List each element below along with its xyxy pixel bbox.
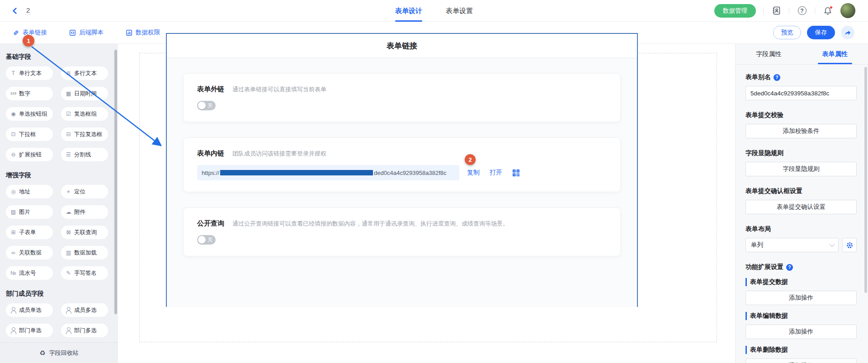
field-item-label: 关联查询: [74, 229, 97, 236]
property-action-button[interactable]: 添加操作: [745, 358, 857, 363]
tab-form-settings[interactable]: 表单设置: [446, 0, 473, 22]
property-label: 表单布局: [745, 225, 857, 233]
field-item-extend-button[interactable]: ⊖扩展按钮: [6, 148, 53, 161]
field-item-location[interactable]: ⌖定位: [61, 185, 108, 198]
field-section-title: 部门成员字段: [6, 290, 112, 298]
field-item-datetime[interactable]: ▦日期时间: [61, 87, 108, 100]
divider: [763, 7, 764, 14]
field-item-dept-single[interactable]: 部门单选: [6, 324, 53, 337]
notification-dot: [830, 6, 833, 9]
field-item-member-multi[interactable]: 成员多选: [61, 303, 108, 317]
field-item-address[interactable]: ◎地址: [6, 185, 53, 198]
dept-single-icon: [9, 327, 17, 334]
field-item-attachment[interactable]: ☁附件: [61, 205, 108, 219]
field-item-signature[interactable]: ✎手写签名: [61, 266, 108, 280]
property-action-button[interactable]: 添加操作: [745, 291, 857, 305]
public-query-toggle[interactable]: 关: [197, 235, 216, 245]
card-title: 公开查询: [197, 219, 224, 228]
share-arrow-icon: [844, 29, 851, 36]
field-item-member-single[interactable]: 成员单选: [6, 303, 53, 317]
field-item-image[interactable]: ▨图片: [6, 205, 53, 219]
field-section-title: 增强字段: [6, 171, 112, 179]
field-item-label: 图片: [19, 208, 30, 216]
field-item-checkbox-group[interactable]: ☑复选框组: [61, 107, 108, 121]
panel-scrollbar[interactable]: [864, 67, 867, 293]
help-icon[interactable]: ?: [786, 264, 793, 271]
field-item-multi-line-text[interactable]: ≣多行文本: [61, 66, 108, 80]
linked-data-icon: ∞: [9, 250, 17, 255]
tab-form-properties[interactable]: 表单属性: [802, 44, 868, 64]
property-action-button[interactable]: 字段显隐规则: [745, 162, 857, 176]
annotation-step-2: 2: [465, 154, 476, 165]
field-item-linked-query[interactable]: ⊠关联查询: [61, 226, 108, 239]
sidebar-scrollbar[interactable]: [114, 50, 117, 314]
field-item-label: 数据加载: [74, 249, 97, 257]
form-layout-select[interactable]: 单列: [745, 238, 839, 252]
contacts-icon[interactable]: [771, 5, 782, 16]
annotation-step-1: 1: [23, 35, 34, 47]
field-item-divider-line[interactable]: ☰分割线: [61, 148, 108, 161]
member-multi-icon: [65, 307, 72, 313]
property-action-button[interactable]: 表单提交确认设置: [745, 200, 857, 214]
field-item-data-load[interactable]: ▥数据加载: [61, 246, 108, 259]
property-label: 表单编辑数据: [745, 312, 857, 320]
field-item-linked-data[interactable]: ∞关联数据: [6, 246, 53, 259]
member-single-icon: [9, 307, 17, 313]
field-item-label: 分割线: [74, 151, 91, 159]
help-icon[interactable]: ?: [797, 5, 807, 16]
internal-link-card: 表单内链 团队成员访问该链接需要登录并授权 https:// ded0c4a4c…: [183, 137, 621, 192]
multi-line-text-icon: ≣: [65, 71, 72, 76]
tab-field-properties[interactable]: 字段属性: [736, 44, 802, 64]
bell-icon[interactable]: [822, 5, 833, 16]
field-item-dropdown[interactable]: ⊡下拉框: [6, 127, 53, 141]
preview-button[interactable]: 预览: [773, 26, 801, 39]
form-alias-input[interactable]: [745, 86, 857, 100]
card-desc: 通过表单链接可以直接填写当前表单: [232, 85, 326, 94]
data-load-icon: ▥: [65, 250, 72, 255]
permission-icon: [126, 29, 132, 36]
property-action-button[interactable]: 添加校验条件: [745, 124, 857, 138]
copy-link-button[interactable]: 复制: [467, 169, 480, 177]
open-link-button[interactable]: 打开: [490, 169, 502, 177]
internal-link-url-field[interactable]: https:// ded0c4a4c9293958a382f8c: [197, 165, 459, 180]
help-icon[interactable]: ?: [774, 74, 780, 81]
property-label: 功能扩展设置?: [745, 263, 857, 271]
field-item-label: 成员单选: [19, 306, 42, 314]
field-recycle-bin[interactable]: ♻ 字段回收站: [0, 342, 118, 363]
image-icon: ▨: [9, 209, 17, 215]
field-item-radio-group[interactable]: ◉单选按钮组: [6, 107, 53, 121]
property-group: 表单别名?: [745, 73, 857, 100]
share-button[interactable]: [841, 26, 854, 39]
field-item-label: 多行文本: [74, 70, 97, 77]
field-item-serial-number[interactable]: №流水号: [6, 266, 53, 280]
linked-query-icon: ⊠: [65, 230, 72, 235]
back-icon[interactable]: [10, 6, 20, 16]
page-title: 2: [25, 6, 31, 15]
qrcode-icon[interactable]: [512, 169, 520, 177]
avatar[interactable]: [840, 3, 855, 18]
toolbar-item-backend-script[interactable]: 后端脚本: [69, 28, 104, 37]
field-item-number[interactable]: 123数字: [6, 87, 53, 100]
divider-line-icon: ☰: [65, 152, 72, 157]
property-group: 字段显隐规则字段显隐规则: [745, 149, 857, 176]
dialog-title: 表单链接: [167, 34, 637, 58]
field-item-dept-multi[interactable]: 部门多选: [61, 324, 108, 337]
field-item-single-line-text[interactable]: T单行文本: [6, 66, 53, 80]
property-group: 表单提交数据添加操作: [745, 278, 857, 305]
tab-form-design[interactable]: 表单设计: [395, 0, 422, 22]
field-item-label: 流水号: [19, 269, 36, 277]
property-action-button[interactable]: 添加操作: [745, 325, 857, 339]
layout-settings-gear-icon[interactable]: [842, 238, 857, 252]
toolbar-item-data-permission[interactable]: 数据权限: [126, 28, 160, 37]
save-button[interactable]: 保存: [807, 26, 835, 39]
field-item-dropdown-multi[interactable]: ⊟下拉复选框: [61, 127, 108, 141]
data-manage-button[interactable]: 数据管理: [714, 4, 756, 18]
single-line-text-icon: T: [9, 71, 17, 76]
external-link-toggle[interactable]: 关: [197, 101, 216, 110]
property-group: 表单提交确认框设置表单提交确认设置: [745, 187, 857, 214]
field-item-label: 部门单选: [19, 327, 42, 335]
field-item-subform[interactable]: ⊞子表单: [6, 226, 53, 239]
dept-multi-icon: [65, 327, 72, 334]
divider: [815, 7, 815, 14]
subform-icon: ⊞: [9, 230, 17, 235]
